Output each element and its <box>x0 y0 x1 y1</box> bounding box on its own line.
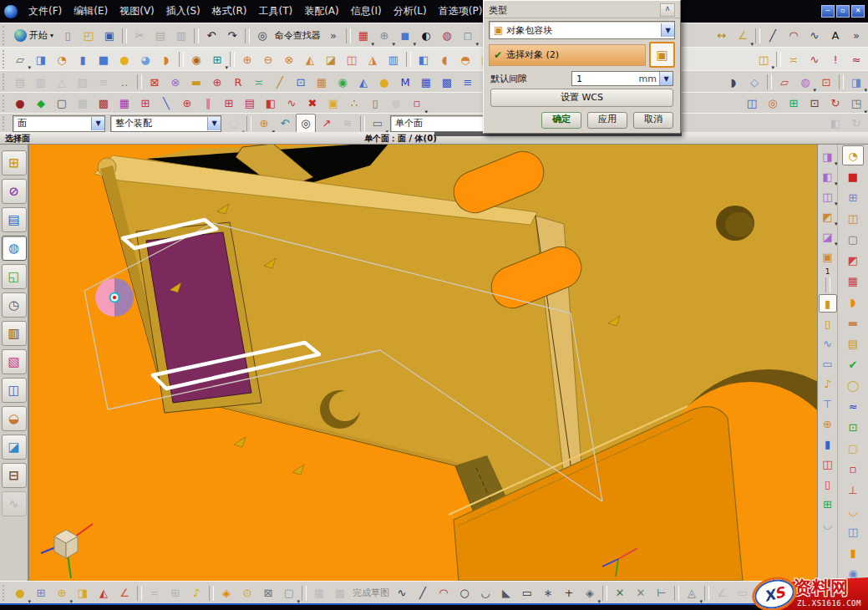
circle-icon[interactable]: ○ <box>454 583 475 603</box>
trim-body-icon[interactable]: ◧ <box>414 49 434 69</box>
text-box-icon[interactable]: ⊡ <box>291 72 311 92</box>
pull-face-icon[interactable]: ◧▾ <box>819 167 837 186</box>
through-curves-icon[interactable]: ◨▾ <box>846 72 866 92</box>
bolt-outline-icon[interactable]: ▯ <box>819 314 837 333</box>
edit-spline-icon[interactable]: ≈ <box>846 49 866 69</box>
extend-curve-icon[interactable]: ⊢ <box>652 583 672 603</box>
point-list-icon[interactable]: ⊕ <box>207 72 227 92</box>
layer-stack-icon[interactable]: ≡ <box>94 72 114 92</box>
minimize-button[interactable]: ─ <box>821 5 835 18</box>
thicken-icon[interactable]: ◖ <box>434 49 454 69</box>
add-component-icon[interactable]: ⊕▾ <box>52 583 72 603</box>
menu-item[interactable]: 格式(R) <box>206 3 253 20</box>
delete-face-icon[interactable]: ▣ <box>819 247 837 266</box>
gear-pattern-icon[interactable]: ◎ <box>763 94 783 114</box>
gap-spinner-button[interactable]: ▼ <box>659 72 673 85</box>
trim-recipe-curve-icon[interactable]: ✕ <box>610 583 630 603</box>
explode-icon[interactable]: ⊗ <box>165 72 185 92</box>
t-square-icon[interactable]: ⊡ <box>805 94 825 114</box>
radius-check-icon[interactable]: R <box>228 72 248 92</box>
edit-curve-icon[interactable]: ∿ <box>805 49 825 69</box>
point-icon[interactable]: + <box>559 583 579 603</box>
assemblies-icon[interactable]: ⊞ <box>31 583 51 603</box>
standard-bolt-icon[interactable]: ▮ <box>819 294 837 313</box>
assembly-constraints-icon[interactable]: ∠ <box>114 583 135 603</box>
trim-region-icon[interactable]: ▫ <box>842 459 864 479</box>
visual-reports-icon[interactable]: ◱ <box>2 264 27 289</box>
system-scene-icon[interactable]: ◪ <box>2 435 27 460</box>
replace-face-icon[interactable]: ◫ <box>342 49 362 69</box>
viewport[interactable] <box>29 144 817 581</box>
move-face-icon[interactable]: ◨▾ <box>819 147 837 165</box>
line-icon[interactable]: ╱ <box>763 26 783 46</box>
point-target-icon[interactable]: ⊕ <box>177 94 197 114</box>
angle-gray-icon[interactable]: ∠ <box>712 583 732 603</box>
cup-icon[interactable]: ◡ <box>819 515 837 533</box>
sketch-icon[interactable]: ▱▾ <box>10 49 30 69</box>
profile-icon[interactable]: ∿ <box>392 583 412 603</box>
unite-icon[interactable]: ⊕ <box>237 49 257 69</box>
arc-icon[interactable]: ◠ <box>784 26 804 46</box>
cylinder-pair-icon[interactable]: ◫ <box>842 521 864 541</box>
rotate-ccw-icon[interactable]: ↻ <box>825 94 845 114</box>
rainbow-layers-icon[interactable]: ▤ <box>240 94 260 114</box>
undo-icon[interactable]: ↶ <box>201 26 221 46</box>
sphere-icon[interactable]: ● <box>114 49 135 69</box>
color-dots-icon[interactable]: ◉ <box>332 72 353 92</box>
part-navigator-icon[interactable]: ▤ <box>2 207 27 232</box>
finish-sketch-icon[interactable]: ▩ <box>330 583 350 603</box>
folder-icon[interactable]: ▣ <box>323 94 343 114</box>
remember-constraints-icon[interactable]: ≍ <box>145 583 165 603</box>
magnifier-icon[interactable]: ◎ <box>296 114 316 134</box>
edit-parameter-icon[interactable]: ! <box>825 49 845 69</box>
grid-cross2-icon[interactable]: ⊞ <box>219 94 239 114</box>
render-style-icon[interactable]: ◐ <box>416 26 436 46</box>
block-icon[interactable]: ■ <box>94 49 114 69</box>
resize-blend-icon[interactable]: ◪▾ <box>819 227 837 246</box>
snap-handles-icon[interactable]: ●▾ <box>10 583 30 603</box>
restore-button[interactable]: ▫ <box>836 5 850 18</box>
more-dots-icon[interactable]: ‥ <box>114 72 135 92</box>
menu-item[interactable]: 工具(T) <box>252 3 298 20</box>
offset-surface-icon[interactable]: ◫▾ <box>754 49 774 69</box>
weld-assistant-icon[interactable]: ≍ <box>249 72 269 92</box>
command-finder-label[interactable]: 命令查找器 <box>272 29 323 42</box>
half-triangle-icon[interactable]: ◭ <box>353 72 373 92</box>
true-shading-icon[interactable]: ◍ <box>437 26 457 46</box>
show-dof-icon[interactable]: ⊞ <box>165 583 185 603</box>
extrude-icon[interactable]: ◨ <box>31 49 51 69</box>
start-button[interactable]: 开始 ▾ <box>10 28 58 43</box>
subtract-icon[interactable]: ⊖ <box>258 49 278 69</box>
viewport-3d-canvas[interactable] <box>29 144 817 581</box>
redo-icon[interactable]: ↷ <box>222 26 242 46</box>
datum-csys-icon[interactable]: ⊞▾ <box>207 49 227 69</box>
menu-item[interactable]: 视图(V) <box>114 3 160 20</box>
line-icon[interactable]: ╱ <box>413 583 433 603</box>
ring-target-icon[interactable]: ⊕ <box>819 414 837 433</box>
machining-wizard-icon[interactable]: ◫ <box>2 378 27 403</box>
stud-icon[interactable]: ▯ <box>819 475 837 493</box>
workpiece-icon[interactable]: ⊞ <box>842 187 864 207</box>
dashed-box-icon[interactable]: ▫▾ <box>407 94 427 114</box>
gray-grid-icon[interactable]: ▦ <box>73 94 93 114</box>
new-file-icon[interactable]: ▯ <box>58 26 78 46</box>
hole-icon[interactable]: ◉ <box>186 49 206 69</box>
offset-region-icon[interactable]: ◫▾ <box>819 187 837 206</box>
green-diamond-icon[interactable]: ◆ <box>31 94 51 114</box>
mold-check-icon[interactable]: ✔ <box>842 354 864 374</box>
cylinder-pin-icon[interactable]: ▮ <box>819 435 837 453</box>
gray-blob-icon[interactable]: ● <box>386 94 406 114</box>
draft-icon[interactable]: ◮ <box>363 49 383 69</box>
shell-icon[interactable]: ▥ <box>383 49 404 69</box>
gray-tool-a-icon[interactable]: ◧ <box>825 114 845 134</box>
copy-icon[interactable]: ▤ <box>150 26 170 46</box>
clip-icon[interactable]: ◫ <box>819 455 837 473</box>
cylinder-icon[interactable]: ▮ <box>73 49 93 69</box>
pattern-curve-icon[interactable]: ◈▾ <box>580 583 600 603</box>
snap-point-icon[interactable]: ⊕▾ <box>254 114 274 134</box>
fillet-icon[interactable]: ◡ <box>475 583 495 603</box>
pencil-edit-icon[interactable]: ╱ <box>270 72 290 92</box>
command-finder-icon[interactable]: ◎ <box>252 26 272 46</box>
cancel-button[interactable]: 取消 <box>633 112 673 129</box>
bounded-plane-icon[interactable]: ▱ <box>774 72 794 92</box>
